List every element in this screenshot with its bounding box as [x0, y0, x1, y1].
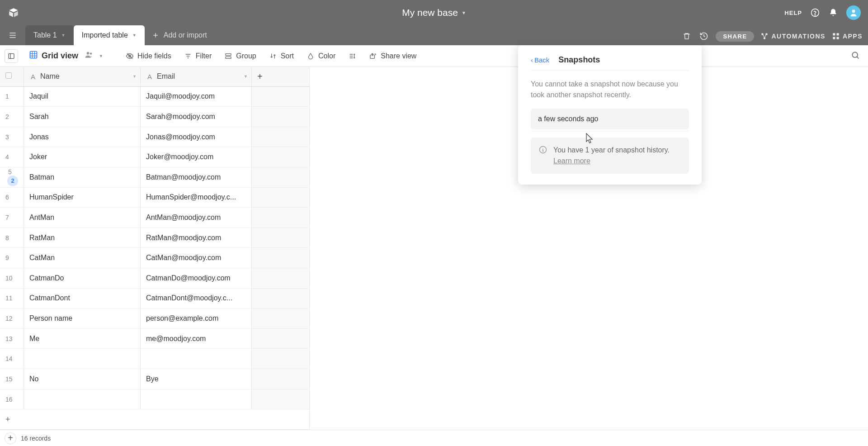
cell-email[interactable]: Jaquil@moodjoy.com [141, 86, 252, 107]
table-row[interactable]: 1JaquilJaquil@moodjoy.com [0, 86, 310, 107]
group-button[interactable]: Group [219, 49, 261, 63]
row-number[interactable]: 6 [0, 187, 24, 208]
empty-cell[interactable] [252, 268, 310, 288]
caret-down-icon[interactable]: ▼ [244, 74, 248, 79]
cell-email[interactable]: Sarah@moodjoy.com [141, 107, 252, 127]
user-avatar[interactable] [846, 5, 861, 20]
table-row[interactable]: 9CatManCatMan@moodjoy.com [0, 248, 310, 268]
row-number[interactable]: 3 [0, 127, 24, 147]
cell-email[interactable]: AntMan@moodjoy.com [141, 208, 252, 228]
tab-table-1[interactable]: Table 1 ▼ [25, 25, 74, 45]
help-link[interactable]: HELP [784, 9, 802, 16]
row-number[interactable]: 10 [0, 268, 24, 288]
cell-email[interactable]: CatMan@moodjoy.com [141, 248, 252, 268]
table-row[interactable]: 6HumanSpiderHumanSpider@moodjoy.c... [0, 187, 310, 208]
cell-name[interactable]: Batman [24, 167, 141, 187]
empty-cell[interactable] [252, 147, 310, 167]
row-number[interactable]: 15 [0, 369, 24, 389]
add-table-button[interactable]: Add or import [145, 25, 214, 45]
empty-cell[interactable] [252, 389, 310, 409]
empty-cell[interactable] [252, 107, 310, 127]
cell-name[interactable]: Sarah [24, 107, 141, 127]
cell-email[interactable]: me@moodjoy.com [141, 328, 252, 349]
cell-name[interactable]: RatMan [24, 228, 141, 248]
empty-cell[interactable] [252, 228, 310, 248]
cell-email[interactable]: HumanSpider@moodjoy.c... [141, 187, 252, 208]
empty-cell[interactable] [252, 86, 310, 107]
table-row[interactable]: 15NoBye [0, 369, 310, 389]
cell-name[interactable] [24, 349, 141, 369]
tab-imported-table[interactable]: Imported table ▼ [74, 25, 145, 45]
empty-cell[interactable] [252, 248, 310, 268]
table-row[interactable]: 52BatmanBatman@moodjoy.com [0, 167, 310, 187]
hide-fields-button[interactable]: Hide fields [120, 49, 177, 63]
sort-button[interactable]: Sort [264, 49, 299, 63]
app-logo-icon[interactable] [7, 6, 20, 19]
trash-icon[interactable] [681, 31, 692, 42]
cell-name[interactable]: Me [24, 328, 141, 349]
cell-email[interactable] [141, 349, 252, 369]
cell-email[interactable]: CatmanDont@moodjoy.c... [141, 288, 252, 308]
cell-name[interactable]: Joker [24, 147, 141, 167]
view-selector[interactable]: Grid view ▼ [25, 50, 107, 62]
empty-cell[interactable] [252, 349, 310, 369]
row-number[interactable]: 9 [0, 248, 24, 268]
history-icon[interactable] [698, 31, 709, 42]
table-row[interactable]: 13Meme@moodjoy.com [0, 328, 310, 349]
table-row[interactable]: 7AntManAntMan@moodjoy.com [0, 208, 310, 228]
row-number[interactable]: 7 [0, 208, 24, 228]
cell-name[interactable]: CatMan [24, 248, 141, 268]
row-number[interactable]: 12 [0, 308, 24, 329]
search-icon[interactable] [851, 51, 860, 62]
cell-name[interactable]: Jaquil [24, 86, 141, 107]
cell-email[interactable]: person@example.com [141, 308, 252, 329]
apps-link[interactable]: APPS [832, 32, 863, 40]
row-number[interactable]: 4 [0, 147, 24, 167]
notification-bell-icon[interactable] [828, 8, 838, 18]
row-height-button[interactable] [343, 49, 362, 63]
cell-email[interactable]: Jonas@moodjoy.com [141, 127, 252, 147]
empty-cell[interactable] [252, 328, 310, 349]
column-header-email[interactable]: AEmail ▼ [141, 67, 252, 86]
base-name-dropdown[interactable]: My new base ▼ [402, 7, 466, 18]
snapshot-item[interactable]: a few seconds ago [531, 109, 689, 129]
caret-down-icon[interactable]: ▼ [132, 74, 137, 79]
add-record-button[interactable]: + [5, 432, 16, 444]
table-row[interactable]: 8RatManRatMan@moodjoy.com [0, 228, 310, 248]
add-column-button[interactable]: + [252, 67, 310, 86]
row-number[interactable]: 13 [0, 328, 24, 349]
table-row[interactable]: 14 [0, 349, 310, 369]
sidebar-toggle-button[interactable] [5, 49, 18, 63]
learn-more-link[interactable]: Learn more [553, 157, 590, 165]
table-row[interactable]: 16 [0, 389, 310, 409]
menu-icon[interactable] [5, 28, 20, 43]
table-row[interactable]: 3JonasJonas@moodjoy.com [0, 127, 310, 147]
cell-name[interactable]: Person name [24, 308, 141, 329]
row-number[interactable]: 8 [0, 228, 24, 248]
cell-email[interactable]: Batman@moodjoy.com [141, 167, 252, 187]
column-header-name[interactable]: AName ▼ [24, 67, 141, 86]
table-row[interactable]: 10CatmanDoCatmanDo@moodjoy.com [0, 268, 310, 288]
row-number[interactable]: 2 [0, 107, 24, 127]
back-link[interactable]: ‹ Back [531, 56, 549, 64]
checkbox-icon[interactable] [5, 72, 12, 79]
cell-email[interactable]: Bye [141, 369, 252, 389]
table-row[interactable]: 2SarahSarah@moodjoy.com [0, 107, 310, 127]
table-row[interactable]: 11CatmanDontCatmanDont@moodjoy.c... [0, 288, 310, 308]
table-row[interactable]: 4JokerJoker@moodjoy.com [0, 147, 310, 167]
color-button[interactable]: Color [301, 49, 341, 63]
cell-name[interactable]: CatmanDont [24, 288, 141, 308]
empty-cell[interactable] [252, 208, 310, 228]
empty-cell[interactable] [252, 127, 310, 147]
share-button[interactable]: SHARE [716, 31, 754, 42]
cell-name[interactable]: AntMan [24, 208, 141, 228]
comment-badge[interactable]: 2 [7, 176, 18, 186]
empty-cell[interactable] [252, 288, 310, 308]
automations-link[interactable]: AUTOMATIONS [760, 32, 825, 40]
empty-cell[interactable] [252, 167, 310, 187]
row-number[interactable]: 14 [0, 349, 24, 369]
share-view-button[interactable]: Share view [363, 49, 422, 63]
empty-cell[interactable] [252, 369, 310, 389]
row-number[interactable]: 1 [0, 86, 24, 107]
cell-name[interactable]: Jonas [24, 127, 141, 147]
